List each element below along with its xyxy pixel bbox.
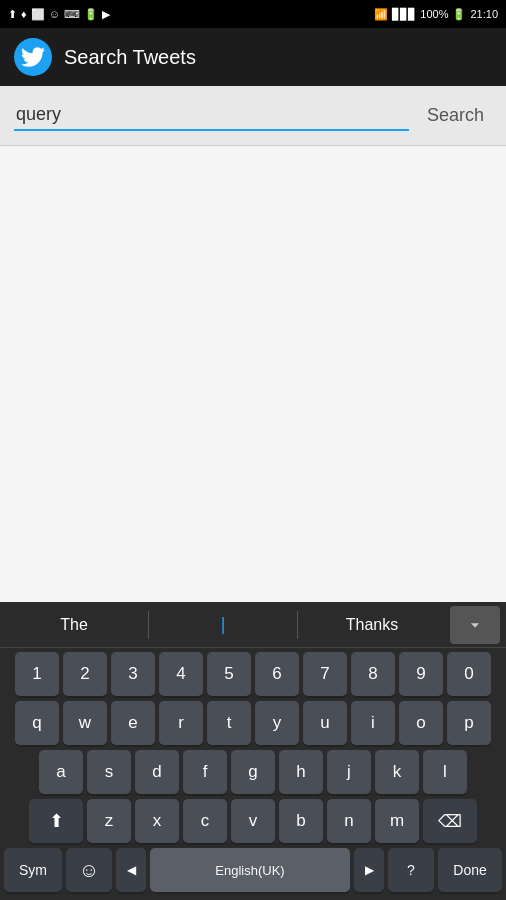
search-input[interactable] [14, 100, 409, 131]
status-wifi-icon: 📶 [374, 8, 388, 21]
status-icons-left: ⬆ ♦ ⬜ ☺ ⌨ 🔋 ▶ [8, 8, 110, 21]
key-h[interactable]: h [279, 750, 323, 794]
keyboard-container: The | Thanks 1 2 3 4 5 6 7 8 9 0 q [0, 602, 506, 900]
sym-key[interactable]: Sym [4, 848, 62, 892]
right-arrow-key[interactable]: ▶ [354, 848, 384, 892]
suggestion-thanks[interactable]: Thanks [298, 602, 446, 647]
status-icon-key: ⌨ [64, 8, 80, 21]
twitter-bird-icon [21, 45, 45, 69]
key-row-numbers: 1 2 3 4 5 6 7 8 9 0 [2, 652, 504, 696]
status-icons-right: 📶 ▊▊▊ 100% 🔋 21:10 [374, 8, 498, 21]
key-t[interactable]: t [207, 701, 251, 745]
status-signal-icon: ▊▊▊ [392, 8, 416, 21]
backspace-key[interactable]: ⌫ [423, 799, 477, 843]
key-x[interactable]: x [135, 799, 179, 843]
key-0[interactable]: 0 [447, 652, 491, 696]
key-w[interactable]: w [63, 701, 107, 745]
key-s[interactable]: s [87, 750, 131, 794]
key-l[interactable]: l [423, 750, 467, 794]
search-bar: Search [0, 86, 506, 146]
status-time: 21:10 [470, 8, 498, 20]
key-g[interactable]: g [231, 750, 275, 794]
key-i[interactable]: i [351, 701, 395, 745]
content-area [0, 146, 506, 602]
status-icon-bat2: 🔋 [84, 8, 98, 21]
key-j[interactable]: j [327, 750, 371, 794]
key-b[interactable]: b [279, 799, 323, 843]
key-row-zxcv: ⬆ z x c v b n m ⌫ [2, 799, 504, 843]
status-icon-play: ▶ [102, 8, 110, 21]
key-z[interactable]: z [87, 799, 131, 843]
key-row-asdf: a s d f g h j k l [2, 750, 504, 794]
spacebar-key[interactable]: English(UK) [150, 848, 350, 892]
search-button[interactable]: Search [419, 101, 492, 130]
keyboard-collapse-button[interactable] [450, 606, 500, 644]
key-q[interactable]: q [15, 701, 59, 745]
status-icon-person: ☺ [49, 8, 60, 20]
status-icon-img: ⬜ [31, 8, 45, 21]
suggestion-bar: The | Thanks [0, 602, 506, 648]
twitter-logo [14, 38, 52, 76]
key-2[interactable]: 2 [63, 652, 107, 696]
key-3[interactable]: 3 [111, 652, 155, 696]
key-r[interactable]: r [159, 701, 203, 745]
period-key[interactable]: ? [388, 848, 434, 892]
key-d[interactable]: d [135, 750, 179, 794]
key-o[interactable]: o [399, 701, 443, 745]
key-row-qwerty: q w e r t y u i o p [2, 701, 504, 745]
key-e[interactable]: e [111, 701, 155, 745]
suggestion-cursor: | [149, 602, 297, 647]
key-m[interactable]: m [375, 799, 419, 843]
key-7[interactable]: 7 [303, 652, 347, 696]
cursor-symbol: | [221, 614, 226, 635]
shift-key[interactable]: ⬆ [29, 799, 83, 843]
shift-icon: ⬆ [49, 810, 64, 832]
key-f[interactable]: f [183, 750, 227, 794]
status-icon-usb: ⬆ [8, 8, 17, 21]
left-arrow-key[interactable]: ◀ [116, 848, 146, 892]
key-c[interactable]: c [183, 799, 227, 843]
app-bar: Search Tweets [0, 28, 506, 86]
key-y[interactable]: y [255, 701, 299, 745]
suggestion-the[interactable]: The [0, 602, 148, 647]
key-a[interactable]: a [39, 750, 83, 794]
key-k[interactable]: k [375, 750, 419, 794]
key-u[interactable]: u [303, 701, 347, 745]
key-9[interactable]: 9 [399, 652, 443, 696]
key-n[interactable]: n [327, 799, 371, 843]
key-v[interactable]: v [231, 799, 275, 843]
done-key[interactable]: Done [438, 848, 502, 892]
status-icon-usb2: ♦ [21, 8, 27, 20]
chevron-down-icon [465, 615, 485, 635]
emoji-key[interactable]: ☺ [66, 848, 112, 892]
key-4[interactable]: 4 [159, 652, 203, 696]
keyboard-bottom-row: Sym ☺ ◀ English(UK) ▶ ? Done [2, 848, 504, 900]
key-8[interactable]: 8 [351, 652, 395, 696]
status-bar: ⬆ ♦ ⬜ ☺ ⌨ 🔋 ▶ 📶 ▊▊▊ 100% 🔋 21:10 [0, 0, 506, 28]
key-p[interactable]: p [447, 701, 491, 745]
status-battery-icon: 🔋 [452, 8, 466, 21]
key-1[interactable]: 1 [15, 652, 59, 696]
app-title: Search Tweets [64, 46, 196, 69]
key-6[interactable]: 6 [255, 652, 299, 696]
status-battery-label: 100% [420, 8, 448, 20]
key-5[interactable]: 5 [207, 652, 251, 696]
keyboard: 1 2 3 4 5 6 7 8 9 0 q w e r t y u i o p … [0, 648, 506, 900]
